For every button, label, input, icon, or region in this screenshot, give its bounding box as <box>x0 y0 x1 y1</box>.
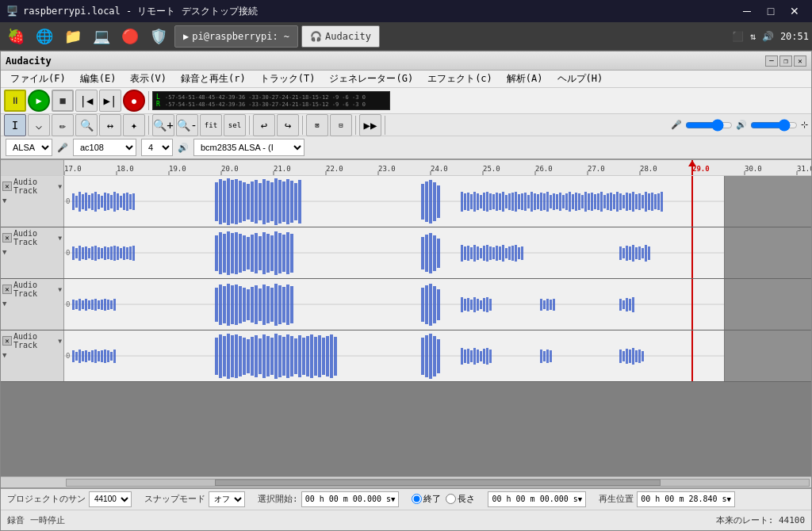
track-2-close-btn[interactable]: ✕ <box>2 233 12 243</box>
channels-select[interactable]: 4 <box>141 139 173 156</box>
track-1-arrow[interactable]: ▼ <box>58 183 62 190</box>
undo-btn[interactable]: ↩ <box>253 114 275 136</box>
scrollbar-thumb[interactable] <box>215 479 661 486</box>
recording-status-text: 録音 一時停止 <box>7 514 65 526</box>
track-4-close-btn[interactable]: ✕ <box>2 336 12 346</box>
zoom-sel-btn[interactable]: sel <box>224 114 246 136</box>
menu-tracks[interactable]: トラック(T) <box>254 71 322 87</box>
menu-record-playback[interactable]: 録音と再生(r) <box>174 71 252 87</box>
svg-rect-262 <box>433 286 436 323</box>
stop-button[interactable]: ■ <box>52 90 74 112</box>
scrollbar-track[interactable] <box>66 479 810 487</box>
menu-effects[interactable]: エフェクト(c) <box>421 71 499 87</box>
end-radio-btn[interactable] <box>412 494 422 504</box>
svg-rect-217 <box>635 247 638 259</box>
zoom-tool[interactable]: 🔍 <box>75 114 98 136</box>
selection-start-dropdown[interactable]: ▼ <box>391 495 395 503</box>
svg-rect-157 <box>104 246 106 260</box>
playback-pos-dropdown[interactable]: ▼ <box>727 495 731 503</box>
menu-analysis[interactable]: 解析(A) <box>500 71 550 87</box>
track-3-expand[interactable]: ▼ <box>2 300 6 308</box>
minimize-button[interactable]: ─ <box>736 0 758 22</box>
vu-meter-display: L -57-54-51-48-45-42-39-36 -33-30-27-24-… <box>152 91 390 110</box>
taskbar-icon-shield[interactable]: 🛡️ <box>146 24 171 49</box>
svg-rect-214 <box>626 246 628 261</box>
taskbar-icon-raspberry[interactable]: 🍓 <box>3 24 29 49</box>
svg-rect-160 <box>113 246 116 261</box>
menu-view[interactable]: 表示(V) <box>124 71 173 87</box>
host-select[interactable]: ALSA <box>6 139 52 156</box>
svg-rect-46 <box>113 192 116 212</box>
silence-btn[interactable]: ⊟ <box>330 114 352 136</box>
taskbar-tab-terminal[interactable]: ▶ pi@raspberrypi: ~ <box>174 25 298 48</box>
audacity-minimize-btn[interactable]: ─ <box>765 55 778 67</box>
skip-end-button[interactable]: ▶| <box>99 90 121 112</box>
envelope-tool[interactable]: ⌵ <box>28 114 50 136</box>
selection-end-value[interactable]: 00 h 00 m 00.000 s ▼ <box>488 491 586 507</box>
track-3-arrow[interactable]: ▼ <box>58 286 62 293</box>
speaker-device-icon: 🔊 <box>178 143 189 153</box>
output-gain-slider[interactable] <box>750 120 798 131</box>
track-2-expand[interactable]: ▼ <box>2 248 6 256</box>
record-button[interactable]: ● <box>123 90 145 112</box>
menu-file[interactable]: ファイル(F) <box>4 71 72 87</box>
taskbar-icon-files[interactable]: 📁 <box>60 24 86 49</box>
length-radio-btn[interactable] <box>446 494 456 504</box>
multi-tool[interactable]: ✦ <box>123 114 145 136</box>
selection-tool[interactable]: I <box>4 114 26 136</box>
taskbar-icon-browser[interactable]: 🌐 <box>32 24 57 49</box>
svg-rect-227 <box>79 299 81 311</box>
menu-edit[interactable]: 編集(E) <box>74 71 123 87</box>
redo-btn[interactable]: ↪ <box>277 114 299 136</box>
arrows-icon: ⇅ <box>750 31 756 42</box>
ruler-content[interactable]: 17.0 18.0 19.0 20.0 21.0 22.0 23.0 24.0 … <box>64 160 811 175</box>
selection-end-dropdown[interactable]: ▼ <box>578 495 582 503</box>
track-1-expand[interactable]: ▼ <box>2 197 6 204</box>
track-3-close-btn[interactable]: ✕ <box>2 285 12 294</box>
svg-rect-165 <box>129 246 132 260</box>
skip-start-button[interactable]: |◀ <box>75 90 98 112</box>
time-shift-tool[interactable]: ↔ <box>99 114 121 136</box>
svg-rect-346 <box>489 350 492 363</box>
input-gain-slider[interactable] <box>685 120 733 131</box>
fit-project-btn[interactable]: fit <box>200 114 222 136</box>
input-device-select[interactable]: ac108 <box>73 139 136 156</box>
playback-pos-label: 再生位置 <box>599 493 634 505</box>
output-device-select[interactable]: bcm2835 ALSA - (I <box>193 139 304 156</box>
menu-help[interactable]: ヘルプ(H) <box>551 71 610 87</box>
svg-rect-102 <box>530 192 533 212</box>
project-rate-select[interactable]: 44100 <box>89 491 132 507</box>
taskbar-icon-terminal-main[interactable]: 💻 <box>89 24 114 49</box>
track-4-expand[interactable]: ▼ <box>2 351 6 359</box>
menu-generator[interactable]: ジェネレーター(G) <box>323 71 419 87</box>
svg-rect-112 <box>562 195 565 208</box>
taskbar-icon-red[interactable]: 🔴 <box>117 24 143 49</box>
pause-button[interactable]: ⏸ <box>4 90 26 112</box>
audacity-close-btn[interactable]: ✕ <box>794 55 806 67</box>
track-2-arrow[interactable]: ▼ <box>58 235 62 242</box>
selection-start-value[interactable]: 00 h 00 m 00.000 s ▼ <box>301 491 400 507</box>
svg-rect-268 <box>473 297 476 312</box>
draw-tool[interactable]: ✏ <box>52 114 74 136</box>
trim-btn[interactable]: ⊠ <box>306 114 328 136</box>
svg-rect-148 <box>75 248 78 258</box>
track-1-close-btn[interactable]: ✕ <box>2 181 12 191</box>
close-button[interactable]: ✕ <box>783 0 806 22</box>
audacity-restore-btn[interactable]: ❐ <box>779 55 792 67</box>
play-speed-btn[interactable]: ▶▶ <box>359 114 381 136</box>
svg-rect-192 <box>461 245 463 262</box>
play-button[interactable]: ▶ <box>28 90 50 112</box>
maximize-button[interactable]: □ <box>760 0 782 22</box>
taskbar-tab-audacity[interactable]: 🎧 Audacity <box>301 25 380 48</box>
svg-rect-76 <box>425 181 428 222</box>
zoom-out-btn[interactable]: 🔍- <box>176 114 198 136</box>
zoom-in-btn[interactable]: 🔍+ <box>152 114 174 136</box>
snap-mode-select[interactable]: オフ <box>209 491 245 507</box>
headphones-icon: 🎧 <box>310 31 322 42</box>
svg-rect-228 <box>82 300 84 309</box>
svg-text:28.0: 28.0 <box>640 165 657 173</box>
playback-pos-value[interactable]: 00 h 00 m 28.840 s ▼ <box>637 491 735 507</box>
track-4-arrow[interactable]: ▼ <box>58 338 62 345</box>
svg-rect-168 <box>219 232 222 274</box>
svg-rect-275 <box>543 300 546 309</box>
